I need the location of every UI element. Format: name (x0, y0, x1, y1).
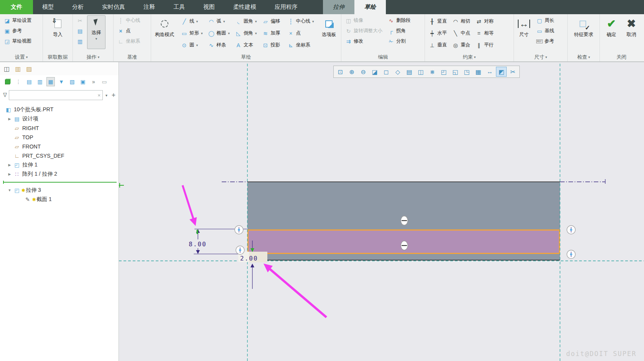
symmetric-constraint-button[interactable]: ⇄ 对称 (473, 16, 496, 26)
rotate-resize-button[interactable]: ↻旋转调整大小 (343, 26, 385, 36)
tree-search-input[interactable] (9, 91, 96, 99)
tree-item-section-1[interactable]: ✎ ✱ 截面 1 (0, 195, 119, 204)
delete-segment-button[interactable]: ∿删除段 (385, 15, 413, 26)
coincident-constraint-button[interactable]: ◎ 重合 (450, 40, 473, 50)
ok-button[interactable]: ✔ 确定 (602, 15, 621, 38)
show-annotations-icon[interactable]: ◰ (438, 67, 449, 77)
expander-icon[interactable]: ▶ (6, 163, 13, 167)
tree-display-icon[interactable]: ▧ (68, 77, 76, 86)
zoom-out-icon[interactable]: ⊖ (358, 67, 369, 77)
saved-orientations-icon[interactable]: ◇ (392, 67, 403, 77)
feature-requirements-button[interactable]: ◻✓ 特征要求 (569, 15, 598, 38)
tree-settings-icon[interactable]: ▭ (100, 77, 109, 86)
tree-item-extrude-1[interactable]: ▶ ◰ 拉伸 1 (0, 160, 119, 170)
dimension-display-icon[interactable]: ↔ (484, 67, 495, 77)
cut-button[interactable]: ✂ (74, 15, 86, 26)
tree-item-pattern-1[interactable]: ▶ ∷ 阵列 1 / 拉伸 2 (0, 170, 119, 179)
tab-analysis[interactable]: 分析 (63, 0, 93, 14)
centerline-button[interactable]: ┆ 中心线 ▾ (285, 16, 316, 26)
datum-centerline-button[interactable]: ┊中心线 (115, 15, 143, 26)
dimension-2-value[interactable]: 2.00 (240, 255, 258, 262)
csys-button[interactable]: ⊾ 坐标系 (285, 40, 316, 50)
tree-filters-icon[interactable]: ▼ (57, 77, 66, 86)
model-tree-tab[interactable]: ◫ (4, 65, 10, 73)
group-label-dimension[interactable]: 尺寸▾ (514, 53, 567, 61)
vertical-constraint-button[interactable]: ╂ 竖直 (427, 16, 449, 26)
expand-levels-icon[interactable]: ▤ (25, 77, 33, 86)
tree-item-right-plane[interactable]: ▱ RIGHT (0, 124, 119, 133)
tree-item-front-plane[interactable]: ▱ FRONT (0, 142, 119, 151)
baseline-dimension-button[interactable]: ▭基线 (534, 26, 557, 36)
tab-extrude-context[interactable]: 拉伸 (323, 0, 354, 14)
datum-point-button[interactable]: ×点 (115, 26, 143, 36)
group-label-inspect[interactable]: 检查▾ (568, 53, 600, 61)
midpoint-constraint-marker[interactable] (236, 246, 244, 254)
refit-icon[interactable]: ⊡ (335, 67, 346, 77)
clear-search-icon[interactable]: × (96, 92, 102, 98)
select-button[interactable]: 选择 ▾ (87, 15, 105, 49)
circle-button[interactable]: ⊙ 圆 ▾ (179, 40, 205, 50)
sketch-view-button[interactable]: ◲草绘视图 (2, 36, 34, 46)
perpendicular-constraint-button[interactable]: ⊥ 垂直 (427, 40, 449, 50)
tree-item-design-items[interactable]: ▶ ▤ 设计项 (0, 114, 119, 124)
sketch-view-orient-icon[interactable]: ◩ (496, 67, 507, 77)
tree-item-extrude-3[interactable]: ▼ ◰ ✱ 拉伸 3 (0, 186, 119, 195)
tree-item-part-root[interactable]: ◧ 10个批头板.PRT (0, 105, 119, 114)
arc-button[interactable]: ◠ 弧 ▾ (206, 16, 232, 26)
midpoint-constraint-marker[interactable] (567, 250, 575, 259)
tree-list-icon[interactable]: ▣ (79, 77, 87, 86)
view-manager-icon[interactable]: ◫ (415, 67, 426, 77)
chamfer-button[interactable]: ◺ 倒角 ▾ (233, 28, 259, 38)
tree-columns-icon[interactable]: ▦ (46, 77, 55, 86)
filter-dropdown-icon[interactable]: ▾ (105, 93, 108, 97)
midpoint-constraint-marker[interactable] (567, 226, 575, 234)
expander-icon[interactable]: ▶ (6, 117, 13, 121)
insertion-locator-line[interactable] (4, 182, 117, 183)
horizontal-constraint-button[interactable]: ┿ 水平 (427, 28, 449, 38)
tab-annotate[interactable]: 注释 (134, 0, 164, 14)
references-button[interactable]: ▣参考 (2, 26, 34, 36)
divide-button[interactable]: ✁分割 (385, 36, 413, 46)
corner-button[interactable]: ┌拐角 (385, 26, 413, 36)
coincident-constraint-marker[interactable] (401, 241, 408, 250)
group-label-operations[interactable]: 操作▾ (73, 53, 113, 61)
transparent-display-icon[interactable]: ◳ (461, 67, 472, 77)
group-label-constrain[interactable]: 约束▾ (425, 53, 514, 61)
import-button[interactable]: 导入 (46, 15, 70, 38)
offset-button[interactable]: ▱ 偏移 (260, 16, 285, 26)
copy-button[interactable]: ▤ (74, 26, 86, 36)
expander-icon[interactable]: ▼ (6, 188, 13, 192)
tab-flexible-modeling[interactable]: 柔性建模 (224, 0, 265, 14)
tab-applications[interactable]: 应用程序 (265, 0, 307, 14)
group-label-settings[interactable]: 设置▾ (0, 53, 43, 61)
dimension-8-value[interactable]: 8.00 (189, 241, 207, 248)
midpoint-constraint-marker[interactable] (235, 226, 243, 234)
tab-live-simulation[interactable]: 实时仿真 (93, 0, 134, 14)
tab-sketch-active[interactable]: 草绘 (354, 0, 386, 14)
spline-button[interactable]: ∿ 样条 (206, 40, 232, 50)
coincident-constraint-marker[interactable] (401, 216, 408, 225)
line-button[interactable]: ╱ 线 ▾ (179, 16, 205, 26)
tab-view[interactable]: 视图 (194, 0, 224, 14)
tree-options-icon[interactable]: ⋮ (14, 77, 23, 86)
mirror-button[interactable]: ◫镜像 (343, 15, 385, 26)
ellipse-button[interactable]: ◯ 椭圆 ▾ (206, 28, 232, 38)
zoom-in-icon[interactable]: ⊕ (346, 67, 357, 77)
tab-model[interactable]: 模型 (33, 0, 63, 14)
display-style-icon[interactable]: ▤ (404, 67, 415, 77)
repaint-icon[interactable]: ◪ (369, 67, 380, 77)
perimeter-dimension-button[interactable]: ▢周长 (534, 15, 557, 26)
tree-item-csys[interactable]: ∟ PRT_CSYS_DEF (0, 151, 119, 160)
expander-icon[interactable]: ▶ (6, 172, 13, 176)
section-view-icon[interactable]: ✂ (507, 67, 518, 77)
construction-mode-button[interactable]: 构造模式 (153, 15, 176, 38)
dimension-button[interactable]: ↔ 尺寸 (516, 15, 532, 38)
favorites-tab[interactable]: ▨ (26, 65, 32, 73)
wireframe-display-icon[interactable]: ▦ (473, 67, 484, 77)
project-button[interactable]: ⊡ 投影 (260, 40, 285, 50)
collapse-levels-icon[interactable]: ▥ (36, 77, 44, 86)
thicken-button[interactable]: ≋ 加厚 (260, 28, 285, 38)
tab-tools[interactable]: 工具 (164, 0, 194, 14)
shaded-display-icon[interactable]: ◱ (450, 67, 461, 77)
equal-constraint-button[interactable]: = 相等 (473, 28, 496, 38)
